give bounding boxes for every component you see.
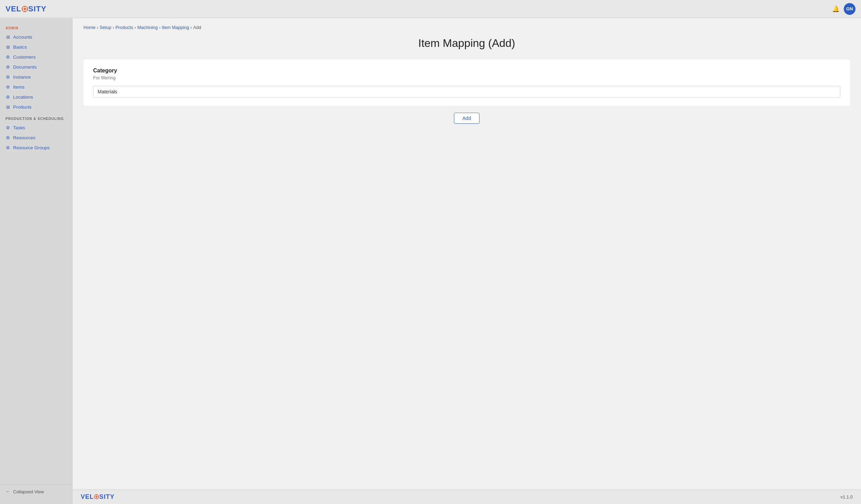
sidebar-label-products: Products bbox=[13, 104, 31, 110]
gear-icon bbox=[6, 95, 10, 100]
add-button[interactable]: Add bbox=[454, 113, 480, 124]
sidebar-item-items[interactable]: Items bbox=[0, 82, 72, 92]
breadcrumb: Home › Setup › Products › Machining › It… bbox=[83, 25, 850, 30]
footer: VEL SITY v1.1.0 bbox=[72, 490, 861, 504]
svg-point-7 bbox=[96, 496, 98, 498]
sidebar-label-resource-groups: Resource Groups bbox=[13, 145, 50, 150]
sidebar-item-customers[interactable]: Customers bbox=[0, 52, 72, 62]
sidebar-label-resources: Resources bbox=[13, 135, 36, 140]
main-layout: ADMIN Accounts Basics Customers Document… bbox=[0, 18, 861, 504]
breadcrumb-current: Add bbox=[193, 25, 201, 30]
breadcrumb-sep-4: › bbox=[159, 25, 160, 30]
sidebar-label-locations: Locations bbox=[13, 94, 33, 100]
sidebar-item-resource-groups[interactable]: Resource Groups bbox=[0, 143, 72, 153]
form-card: Category For filtering bbox=[83, 59, 850, 106]
sidebar-label-customers: Customers bbox=[13, 54, 36, 60]
gear-icon bbox=[6, 125, 10, 130]
gear-icon bbox=[6, 65, 10, 70]
sidebar-item-tasks[interactable]: Tasks bbox=[0, 123, 72, 133]
sidebar-item-instance[interactable]: Instance bbox=[0, 72, 72, 82]
breadcrumb-sep-3: › bbox=[135, 25, 136, 30]
logo[interactable]: VEL SITY bbox=[6, 4, 47, 13]
navbar-right: 🔔 GN bbox=[832, 3, 855, 15]
sidebar-label-basics: Basics bbox=[13, 44, 27, 50]
gear-icon bbox=[6, 135, 10, 140]
sidebar-label-tasks: Tasks bbox=[13, 125, 25, 130]
footer-logo-ity: SITY bbox=[99, 493, 115, 500]
collapse-arrow-icon: ← bbox=[6, 489, 10, 494]
footer-version: v1.1.0 bbox=[841, 494, 853, 500]
footer-logo-wheel-icon bbox=[94, 494, 99, 500]
gear-icon bbox=[6, 75, 10, 80]
breadcrumb-item-mapping[interactable]: Item Mapping bbox=[162, 25, 189, 30]
breadcrumb-machining[interactable]: Machining bbox=[137, 25, 158, 30]
content-inner: Home › Setup › Products › Machining › It… bbox=[72, 18, 861, 490]
prod-section-label: PRODUCTION & SCHEDULING bbox=[0, 112, 72, 123]
page-title: Item Mapping (Add) bbox=[83, 37, 850, 50]
breadcrumb-setup[interactable]: Setup bbox=[100, 25, 111, 30]
breadcrumb-home[interactable]: Home bbox=[83, 25, 96, 30]
breadcrumb-products[interactable]: Products bbox=[116, 25, 133, 30]
grid-icon bbox=[6, 105, 10, 110]
user-avatar[interactable]: GN bbox=[844, 3, 855, 15]
sidebar: ADMIN Accounts Basics Customers Document… bbox=[0, 18, 72, 504]
breadcrumb-sep-5: › bbox=[190, 25, 192, 30]
navbar: VEL SITY 🔔 GN bbox=[0, 0, 861, 18]
content-area: Home › Setup › Products › Machining › It… bbox=[72, 18, 861, 504]
sidebar-item-resources[interactable]: Resources bbox=[0, 133, 72, 143]
notification-bell-icon[interactable]: 🔔 bbox=[832, 5, 840, 13]
sidebar-label-instance: Instance bbox=[13, 74, 31, 80]
logo-vel: VEL bbox=[6, 4, 21, 13]
section-title: Category bbox=[93, 68, 840, 74]
sidebar-item-locations[interactable]: Locations bbox=[0, 92, 72, 102]
collapsed-view-label: Collapsed View bbox=[13, 489, 44, 494]
admin-section-label: ADMIN bbox=[0, 23, 72, 32]
collapse-view-button[interactable]: ← Collapsed View bbox=[6, 489, 67, 494]
gear-icon bbox=[6, 85, 10, 90]
footer-logo: VEL SITY bbox=[81, 493, 115, 501]
gear-icon bbox=[6, 55, 10, 60]
sidebar-item-products[interactable]: Products bbox=[0, 102, 72, 112]
sidebar-label-accounts: Accounts bbox=[13, 34, 32, 40]
svg-point-1 bbox=[24, 8, 26, 10]
sidebar-item-documents[interactable]: Documents bbox=[0, 62, 72, 72]
grid-icon bbox=[6, 35, 10, 40]
sidebar-top: ADMIN Accounts Basics Customers Document… bbox=[0, 23, 72, 153]
footer-logo-vel: VEL bbox=[81, 493, 94, 500]
category-input[interactable] bbox=[93, 86, 840, 98]
section-subtitle: For filtering bbox=[93, 75, 840, 80]
sidebar-item-basics[interactable]: Basics bbox=[0, 42, 72, 52]
logo-ity: SITY bbox=[28, 4, 47, 13]
breadcrumb-sep-1: › bbox=[97, 25, 98, 30]
sidebar-bottom: ← Collapsed View bbox=[0, 484, 72, 498]
breadcrumb-sep-2: › bbox=[113, 25, 114, 30]
sidebar-label-documents: Documents bbox=[13, 64, 37, 70]
sidebar-item-accounts[interactable]: Accounts bbox=[0, 32, 72, 42]
button-area: Add bbox=[83, 113, 850, 124]
gear-icon bbox=[6, 145, 10, 150]
logo-wheel-icon bbox=[21, 6, 28, 12]
sidebar-label-items: Items bbox=[13, 84, 24, 90]
grid-icon bbox=[6, 45, 10, 50]
